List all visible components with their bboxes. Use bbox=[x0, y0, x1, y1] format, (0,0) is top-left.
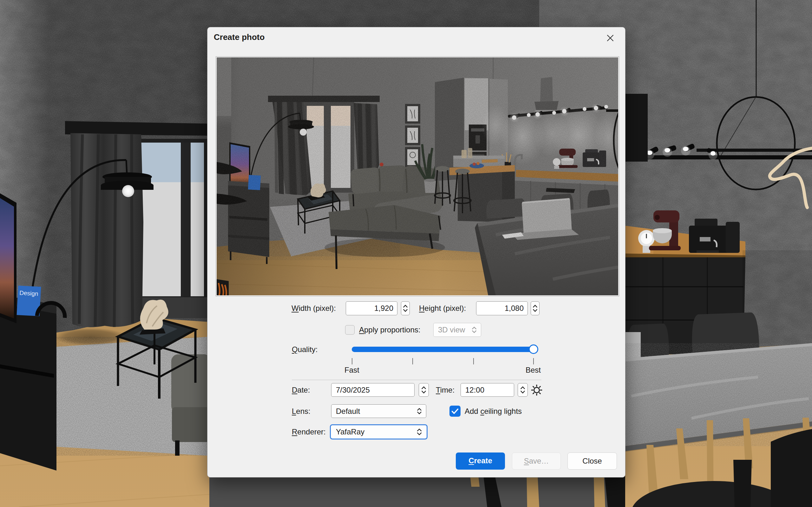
svg-text:Design: Design bbox=[19, 289, 38, 297]
